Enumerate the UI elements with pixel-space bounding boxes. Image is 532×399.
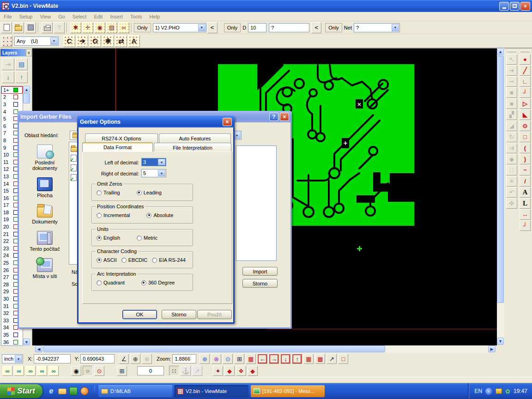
scroll-up-icon[interactable]: ▲ [497, 48, 504, 55]
pan-right-icon[interactable]: → [269, 354, 279, 364]
grid-dots-icon[interactable]: ∷ [169, 366, 179, 376]
place-desktop[interactable]: Plocha [23, 177, 67, 198]
radio-metric[interactable]: Metric [137, 235, 157, 241]
grid-snap-2-icon[interactable]: ▩ [315, 354, 325, 364]
language-indicator[interactable]: EN [474, 388, 482, 394]
radio-icon[interactable] [97, 213, 102, 218]
cancel-button[interactable]: Storno [162, 310, 196, 319]
help-button[interactable]: ? [269, 113, 278, 121]
draw-arc-point-icon[interactable]: ) [520, 154, 531, 164]
menu-view[interactable]: View [36, 13, 54, 20]
gerber-dialog-titlebar[interactable]: Gerber Options × [77, 116, 235, 127]
view-pads-glasses-icon[interactable]: ∞ [25, 366, 36, 376]
radio-trailing[interactable]: Trailing [97, 190, 120, 195]
probe-crosshair-icon[interactable]: ⊕ [142, 354, 152, 364]
menu-tools[interactable]: Tools [127, 13, 146, 20]
task-viewmate[interactable]: V2.bin - ViewMate [175, 385, 248, 397]
shear-icon[interactable]: ◢ [506, 121, 517, 131]
layers-scroll-thumb[interactable] [23, 93, 30, 103]
highlight-draw-icon[interactable]: ➔ [76, 35, 88, 47]
draw-corner-icon[interactable]: ∟ [520, 76, 531, 87]
layer-select-combo[interactable]: 1) V2.PHO▼ [153, 23, 206, 32]
filled-square-2-icon[interactable]: ■ [506, 98, 517, 109]
aperture-target-icon[interactable] [1, 36, 12, 47]
highlight-outline-bulb-icon[interactable]: ⊙ [94, 366, 104, 376]
apply-button[interactable]: Použít [197, 310, 232, 319]
layer-color-swatch[interactable] [13, 340, 18, 345]
highlight-a-icon[interactable]: A [128, 35, 140, 47]
angle-measure-icon[interactable]: ∠ [119, 354, 129, 364]
colors-film-icon[interactable]: ▤ [106, 22, 117, 33]
menu-setup[interactable]: Setup [16, 13, 36, 20]
start-button[interactable]: Start [0, 384, 42, 398]
layer-color-swatch[interactable] [13, 95, 18, 99]
layers-close-icon[interactable]: x [26, 49, 32, 56]
ie-quicklaunch-icon[interactable]: e [47, 387, 55, 395]
pad-shape-d-icon[interactable]: ◆ [248, 366, 258, 376]
toolbar-grip[interactable] [507, 51, 516, 52]
stretch-select-icon[interactable]: ↗ [326, 354, 337, 364]
place-documents[interactable]: Dokumenty [23, 205, 67, 224]
close-button[interactable]: × [520, 2, 530, 11]
place-recent-documents[interactable]: Poslední dokumenty [23, 145, 67, 171]
layer-color-swatch[interactable] [13, 102, 18, 107]
view-flash-glasses-icon[interactable]: ∞ [48, 366, 59, 376]
task-messenger[interactable]: [191-482-091] - Mess... [251, 385, 325, 397]
layer-color-swatch[interactable] [13, 332, 18, 337]
chevron-down-icon[interactable]: ▼ [158, 159, 165, 165]
highlight-h-icon[interactable]: ⇄ [115, 35, 127, 47]
save-file-icon[interactable] [25, 22, 36, 33]
net-select-combo[interactable]: ?▼ [354, 23, 400, 32]
import-button[interactable]: Import [242, 267, 278, 276]
draw-line-icon[interactable]: ╱ [520, 65, 531, 76]
layer-row[interactable]: 2 [1, 94, 23, 101]
origin-crosshair-icon[interactable]: ⊕ [130, 354, 140, 364]
highlight-on-bulb-icon[interactable]: ◉ [71, 366, 81, 376]
new-file-icon[interactable] [1, 22, 12, 33]
zoom-grid-icon[interactable]: ⊛ [211, 354, 221, 364]
align-icon[interactable]: ∷ [506, 165, 517, 175]
previous-dcode-button[interactable]: < [311, 22, 321, 33]
pad-shape-s-icon[interactable]: ❖ [236, 366, 246, 376]
chevron-down-icon[interactable]: ▼ [15, 355, 22, 363]
board-pane-icon[interactable]: ⊞ [117, 366, 127, 376]
view-lines-glasses-icon[interactable]: ∞ [14, 366, 24, 376]
right-decimal-combo[interactable]: 5▼ [141, 169, 166, 177]
scroll-up-icon[interactable]: ▲ [23, 86, 30, 93]
radio-quadrant[interactable]: Quadrant [97, 280, 125, 285]
layer-move-up-icon[interactable]: ↑ [15, 71, 28, 83]
scroll-left-icon[interactable]: ◀ [35, 345, 42, 352]
view-all-glasses-icon[interactable]: ∞ [2, 366, 12, 376]
folder-quicklaunch-icon[interactable] [58, 388, 66, 394]
context-help-icon[interactable]: ? [54, 22, 65, 33]
radio-icon[interactable] [121, 258, 127, 263]
layer-row[interactable]: 35 [1, 331, 23, 339]
draw-circle-icon[interactable]: ⊙ [520, 121, 531, 131]
canvas-vscroll-thumb[interactable] [497, 56, 504, 303]
layer-row[interactable]: 1+ [1, 86, 23, 94]
scroll-down-icon[interactable]: ▼ [497, 338, 504, 345]
chevron-down-icon[interactable]: ▼ [50, 37, 58, 45]
tab-data-format[interactable]: Data Format [82, 142, 153, 152]
preferences-glasses-icon[interactable]: ∞ [118, 22, 129, 33]
radio-icon[interactable] [141, 280, 146, 285]
move-icon[interactable]: ➙ [506, 76, 517, 87]
measure-film-icon[interactable]: ✛ [82, 22, 93, 33]
aperture-filter-combo[interactable]: Any(U) ▼ [14, 36, 59, 46]
chevron-down-icon[interactable]: ▼ [392, 24, 399, 31]
radio-icon[interactable] [137, 190, 142, 195]
pan-down-icon[interactable]: ↓ [280, 354, 290, 364]
transform-settings-icon[interactable]: ✳ [506, 176, 517, 187]
menu-file[interactable]: File [0, 13, 16, 20]
close-button[interactable]: × [223, 118, 232, 126]
draw-triangle-icon[interactable]: ◣ [520, 109, 531, 120]
dcode-film-icon[interactable]: ◉ [94, 22, 105, 33]
draw-elbow-2-icon[interactable]: ┘ [520, 220, 531, 231]
layers-panel-title[interactable]: Layers [0, 49, 26, 56]
vector-snap-icon[interactable]: ↗ [192, 366, 202, 376]
draw-rectangle-icon[interactable]: □ [520, 132, 531, 142]
pan-left-icon[interactable]: ← [257, 354, 267, 364]
menu-go[interactable]: Go [54, 13, 69, 20]
layer-row[interactable]: 36 [1, 339, 23, 346]
tab-file-interpretation[interactable]: File Interpretation [154, 143, 231, 152]
